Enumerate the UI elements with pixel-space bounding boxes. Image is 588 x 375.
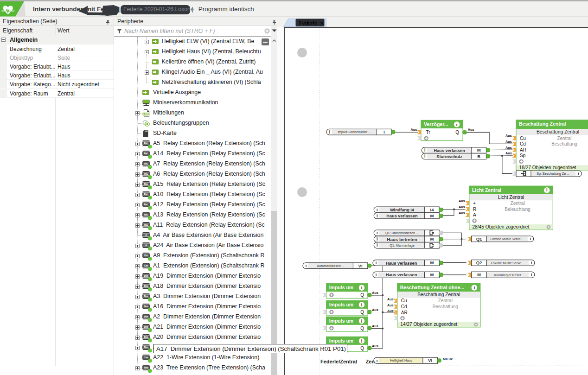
svg-text:Aus: Aus (372, 324, 378, 328)
svg-text:Zentral: Zentral (557, 135, 571, 140)
svg-text:i: i (375, 261, 377, 265)
svg-text:M: M (430, 272, 434, 277)
svg-text:Ext: Ext (144, 265, 148, 267)
svg-text:Impuls um: Impuls um (329, 302, 353, 307)
svg-text:Beschattung: Beschattung (432, 304, 458, 309)
svg-text:T: T (383, 129, 385, 134)
svg-text:R: R (473, 206, 476, 211)
svg-text:i: i (530, 261, 532, 265)
svg-text:i: i (329, 129, 330, 134)
svg-text:i: i (361, 338, 362, 343)
svg-text:Aus: Aus (372, 343, 378, 348)
svg-text:B: B (477, 153, 480, 159)
svg-text:Aus: Aus (467, 127, 474, 131)
svg-text:Aus: Aus (505, 151, 512, 155)
svg-text:i: i (361, 318, 362, 323)
svg-text:Zen: Zen (365, 358, 375, 364)
svg-text:Sturmschutz: Sturmschutz (436, 154, 462, 159)
svg-text:Aus: Aus (372, 291, 378, 295)
svg-text:i: i (361, 285, 362, 290)
svg-text:Dim: Dim (144, 346, 148, 349)
svg-text:Impuls um: Impuls um (329, 338, 353, 343)
svg-text:i: i (376, 213, 377, 218)
svg-text:i: i (376, 207, 377, 212)
svg-text:ReL: ReL (144, 203, 148, 206)
svg-text:Dim: Dim (144, 285, 148, 287)
svg-text:A: A (473, 212, 476, 217)
svg-text:Impuls um: Impuls um (329, 318, 353, 323)
svg-text:i: i (424, 154, 426, 159)
svg-text:Beschattung Zentral: Beschattung Zentral (417, 292, 460, 297)
svg-text:Q1: Alarmanlage: Q1: Alarmanlage (390, 243, 415, 247)
svg-text:ReL: ReL (144, 183, 148, 185)
svg-text:Loxone Music Serve...: Loxone Music Serve... (490, 237, 523, 241)
svg-text:Aus: Aus (458, 210, 465, 215)
svg-text:Tree: Tree (144, 367, 148, 369)
svg-text:ReL: ReL (144, 142, 148, 145)
svg-text:Haus verlassen: Haus verlassen (385, 273, 417, 277)
svg-text:Impuls um: Impuls um (329, 285, 353, 290)
svg-text:Automatikbesch ...: Automatikbesch ... (317, 263, 344, 267)
svg-text:i: i (456, 121, 457, 127)
svg-text:i: i (546, 187, 547, 192)
svg-text:Licht Zentral: Licht Zentral (498, 194, 524, 199)
svg-text:Q: Q (455, 130, 459, 135)
svg-text:Haus verlassen: Haus verlassen (385, 261, 417, 265)
svg-text:Windfang I4: Windfang I4 (390, 207, 415, 212)
svg-text:14/27 Objekten zugeordnet: 14/27 Objekten zugeordnet (400, 322, 457, 327)
svg-text:Q: Q (360, 345, 364, 350)
svg-text:Aus: Aus (387, 309, 393, 313)
svg-text:Q1: Brandmeldezen ...: Q1: Brandmeldezen ... (385, 231, 419, 235)
svg-text:Beschattung: Beschattung (551, 141, 577, 146)
svg-text:I4: I4 (430, 207, 434, 212)
svg-text:Aus: Aus (387, 297, 393, 301)
svg-text:AR: AR (401, 310, 407, 315)
svg-text:Haus betreten: Haus betreten (387, 236, 417, 242)
svg-text:Haus verlassen: Haus verlassen (386, 214, 418, 218)
svg-text:VI: VI (428, 358, 432, 363)
svg-text:i: i (578, 171, 579, 176)
svg-text:i: i (376, 243, 377, 248)
svg-text:28/45 Objekten zugeordnet: 28/45 Objekten zugeordnet (472, 224, 529, 229)
svg-text:Licht Zentral: Licht Zentral (472, 187, 501, 192)
svg-text:Federle/Zentral: Federle/Zentral (320, 358, 357, 364)
svg-text:Dim: Dim (144, 295, 148, 298)
svg-text:Q: Q (360, 309, 364, 314)
svg-text:Aus: Aus (458, 205, 465, 209)
svg-text:Cu: Cu (520, 135, 526, 140)
svg-text:Sp: Sp (520, 153, 526, 158)
svg-text:i: i (530, 272, 532, 277)
svg-text:Impuls Sonnenunter ...: Impuls Sonnenunter ... (338, 130, 371, 134)
svg-text:Zentral: Zentral (510, 201, 524, 206)
svg-text:Raumregler Reset: Raumregler Reset (494, 273, 521, 277)
svg-text:A: A (145, 244, 147, 247)
svg-text:Beschattung Zentral: Beschattung Zentral (536, 129, 579, 134)
svg-text:60Lux: 60Lux (443, 357, 453, 361)
svg-text:i: i (376, 358, 377, 362)
svg-text:i: i (376, 230, 377, 235)
svg-text:M: M (430, 236, 434, 242)
svg-text:Cd: Cd (520, 141, 526, 146)
svg-text:i: i (473, 285, 475, 290)
svg-text:i: i (530, 236, 531, 241)
svg-text:i: i (424, 148, 426, 153)
svg-text:A: A (145, 234, 147, 236)
svg-text:Beschattung Zentral ohne...: Beschattung Zentral ohne... (400, 285, 464, 290)
svg-text:LOG: LOG (143, 113, 148, 115)
svg-text:Tr: Tr (426, 130, 430, 135)
svg-text:Zentral: Zentral (438, 298, 452, 303)
svg-text:i: i (376, 236, 377, 241)
svg-text:M: M (430, 213, 434, 218)
svg-text:Sp: Beschattung Ze ...: Sp: Beschattung Ze ... (537, 172, 569, 176)
svg-text:Dim: Dim (144, 305, 148, 308)
svg-text:VI: VI (358, 263, 362, 268)
svg-text:Ext: Ext (144, 254, 148, 257)
svg-text:ReL: ReL (144, 214, 148, 216)
svg-text:Q: Q (360, 325, 364, 331)
svg-text:Cu: Cu (401, 298, 407, 303)
svg-text:18/27 Objekten zugeordnet: 18/27 Objekten zugeordnet (519, 165, 576, 170)
svg-text:Q1: Q1 (476, 236, 482, 241)
svg-text:Dim: Dim (144, 316, 148, 318)
svg-text:Aus: Aus (505, 139, 512, 143)
svg-text:M: M (477, 272, 481, 277)
